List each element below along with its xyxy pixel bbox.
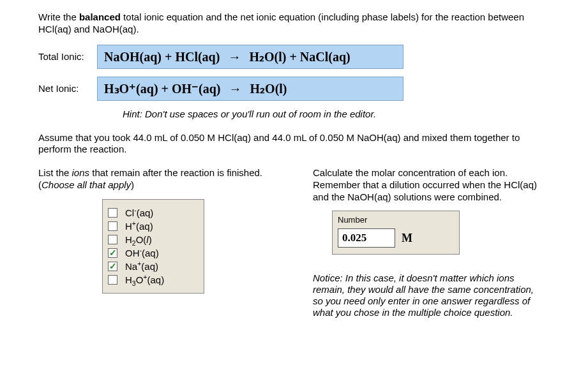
total-ionic-row: Total Ionic: NaOH(aq) + HCl(aq) → H₂O(l)… <box>38 45 550 69</box>
question-text: Write the balanced total ionic equation … <box>38 11 550 36</box>
eq-net-rhs: H₂O(l) <box>250 82 287 96</box>
ion-row: Cl-(aq) <box>108 207 199 218</box>
notice: Notice: In this case, it doesn't matter … <box>313 272 550 318</box>
q-prefix: Write the <box>38 11 79 22</box>
net-ionic-input[interactable]: H₃O⁺(aq) + OH⁻(aq) → H₂O(l) <box>97 77 403 101</box>
ion-label: H+(aq) <box>125 221 153 232</box>
ions-p3: ) <box>131 179 134 190</box>
ion-checkbox[interactable] <box>108 248 117 258</box>
ion-checkbox[interactable] <box>108 262 117 271</box>
ion-label: H3O+(aq) <box>125 274 164 285</box>
unit-label: M <box>402 232 412 245</box>
hint-text: Don't use spaces or you'll run out of ro… <box>145 108 376 119</box>
number-box: Number 0.025 M <box>332 211 460 255</box>
ions-checkbox-group: Cl-(aq)H+(aq)H2O(l)OH-(aq)Na+(aq)H3O+(aq… <box>102 199 204 294</box>
net-ionic-label: Net Ionic: <box>38 83 97 94</box>
ions-prompt: List the ions that remain after the reac… <box>38 167 294 191</box>
ion-row: OH-(aq) <box>108 248 199 258</box>
arrow-icon: → <box>224 82 247 96</box>
ions-pit2: Choose all that apply <box>41 179 131 190</box>
arrow-icon: → <box>223 50 246 64</box>
eq-net-lhs: H₃O⁺(aq) + OH⁻(aq) <box>104 82 221 96</box>
concentration-input[interactable]: 0.025 <box>338 228 395 248</box>
ion-checkbox[interactable] <box>108 275 117 285</box>
ion-checkbox[interactable] <box>108 235 117 244</box>
ion-label: Cl-(aq) <box>125 207 153 218</box>
hint: Hint: Don't use spaces or you'll run out… <box>123 108 550 119</box>
ion-label: Na+(aq) <box>125 261 158 272</box>
notice-text: In this case, it doesn't matter which io… <box>313 272 534 318</box>
ion-label: H2O(l) <box>125 234 152 245</box>
net-ionic-row: Net Ionic: H₃O⁺(aq) + OH⁻(aq) → H₂O(l) <box>38 77 550 101</box>
ion-checkbox[interactable] <box>108 221 117 231</box>
number-label: Number <box>338 215 454 225</box>
ions-pit: ions <box>72 167 90 178</box>
q-bold: balanced <box>79 11 121 22</box>
ion-checkbox[interactable] <box>108 208 117 218</box>
assume-text: Assume that you took 44.0 mL of 0.050 M … <box>38 132 550 156</box>
calc-prompt: Calculate the molar concentration of eac… <box>313 167 550 203</box>
notice-label: Notice: <box>313 272 345 283</box>
ion-row: Na+(aq) <box>108 261 199 272</box>
ion-label: OH-(aq) <box>125 248 159 258</box>
ions-p1: List the <box>38 167 72 178</box>
ion-row: H3O+(aq) <box>108 274 199 285</box>
total-ionic-input[interactable]: NaOH(aq) + HCl(aq) → H₂O(l) + NaCl(aq) <box>97 45 403 69</box>
eq-total-lhs: NaOH(aq) + HCl(aq) <box>104 50 220 64</box>
hint-label: Hint: <box>123 108 145 119</box>
ion-row: H2O(l) <box>108 234 199 245</box>
total-ionic-label: Total Ionic: <box>38 51 97 62</box>
ion-row: H+(aq) <box>108 221 199 232</box>
eq-total-rhs: H₂O(l) + NaCl(aq) <box>249 50 350 64</box>
